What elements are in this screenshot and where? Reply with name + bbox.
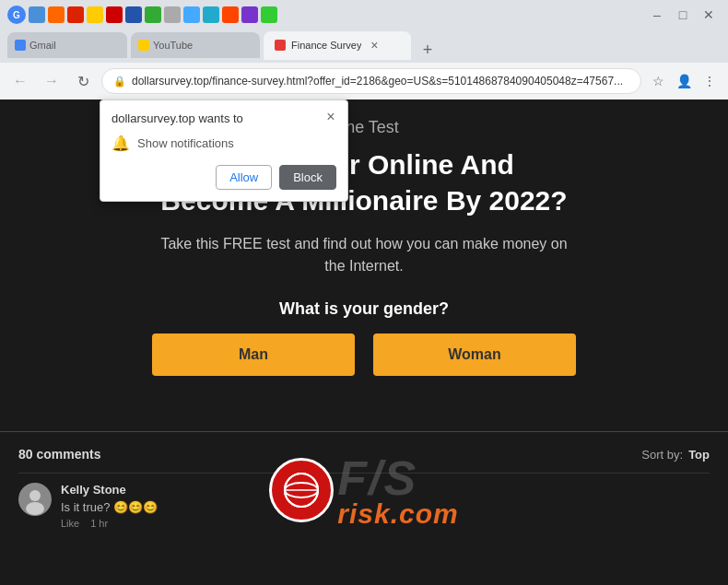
bell-icon: 🔔 [112,135,130,152]
app-icon-10 [222,6,239,23]
comment-meta: Like 1 hr [61,518,710,529]
address-actions: ☆ 👤 ⋮ [647,70,721,92]
window-controls: – □ ✕ [645,3,721,27]
lock-icon: 🔒 [113,76,126,88]
tab-close-button[interactable]: × [367,38,382,53]
app-icon-1 [48,6,65,23]
comment-like[interactable]: Like [61,518,79,529]
comment-text: Is it true? 😊😊😊 [61,500,710,514]
tab-bar: Gmail YouTube Finance Survey × + [0,29,728,63]
comment-item: Kelly Stone Is it true? 😊😊😊 Like 1 hr [18,473,710,538]
app-icon-9 [203,6,219,23]
sort-by: Sort by: Top [641,448,710,462]
show-notifications-label: Show notifications [137,136,234,150]
app-icon-6 [145,6,161,23]
app-icon-12 [261,6,277,23]
comment-avatar [18,483,52,516]
chrome-icon [29,6,45,23]
sort-value: Top [688,448,710,462]
popup-notification-row: 🔔 Show notifications [112,135,336,152]
new-tab-button[interactable]: + [415,37,440,63]
account-icon[interactable]: 👤 [673,70,695,92]
more-options-icon[interactable]: ⋮ [699,70,721,92]
tab-label: Finance Survey [291,40,361,51]
popup-close-button[interactable]: × [322,108,340,126]
tab-favicon-2 [138,40,149,51]
address-text: dollarsurvey.top/finance-survey.html?off… [132,75,623,88]
comments-count: 80 comments [18,447,100,462]
google-icon[interactable]: G [7,6,26,24]
forward-button[interactable]: → [39,68,65,94]
comment-body: Kelly Stone Is it true? 😊😊😊 Like 1 hr [61,483,710,529]
reload-button[interactable]: ↻ [70,68,96,94]
close-button[interactable]: ✕ [697,3,721,27]
app-icon-2 [67,6,84,23]
woman-button[interactable]: Woman [373,333,576,376]
svg-point-6 [26,502,44,515]
sort-by-label: Sort by: [641,448,683,462]
gender-buttons: Man Woman [55,333,673,376]
back-button[interactable]: ← [7,68,33,94]
tab-favicon-1 [15,40,26,51]
svg-point-5 [29,490,41,501]
popup-site-text: dollarsurvey.top wants to [112,111,336,125]
bookmark-icon[interactable]: ☆ [647,70,669,92]
gender-question: What is your gender? [55,299,673,319]
tab-favicon-active [275,40,286,51]
app-icon-4 [106,6,123,23]
man-button[interactable]: Man [152,333,355,376]
comments-header: 80 comments Sort by: Top [18,447,710,462]
app-icon-8 [183,6,200,23]
app-icon-3 [87,6,103,23]
os-icons: G [7,6,641,24]
minimize-button[interactable]: – [645,3,669,27]
address-bar-row: ← → ↻ 🔒 dollarsurvey.top/finance-survey.… [0,63,728,99]
app-icon-7 [164,6,181,23]
comments-section: 80 comments Sort by: Top Kelly Stone Is … [0,431,728,553]
app-icon-5 [125,6,142,23]
subtext: Take this FREE test and find out how you… [55,233,673,277]
os-bar: G – □ ✕ [0,0,728,29]
tab-inactive-2[interactable]: YouTube [131,32,260,58]
app-icon-11 [241,6,258,23]
address-bar[interactable]: 🔒 dollarsurvey.top/finance-survey.html?o… [101,68,641,94]
tab-inactive-1[interactable]: Gmail [7,32,127,58]
allow-button[interactable]: Allow [216,165,272,190]
notification-popup: dollarsurvey.top wants to × 🔔 Show notif… [100,99,348,202]
comment-time: 1 hr [90,518,108,529]
comment-name: Kelly Stone [61,483,710,497]
popup-buttons: Allow Block [112,165,336,190]
tab-active[interactable]: Finance Survey × [264,31,411,59]
block-button[interactable]: Block [279,165,336,190]
maximize-button[interactable]: □ [671,3,695,27]
